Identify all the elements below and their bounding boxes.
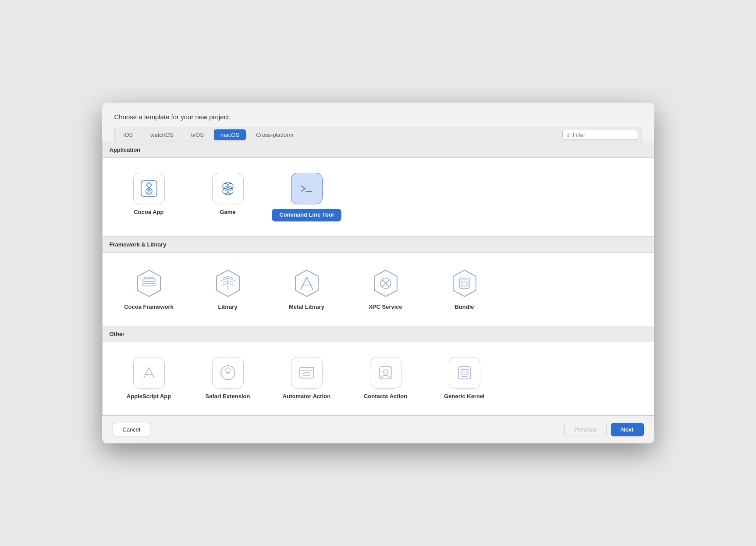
svg-rect-16 xyxy=(461,280,468,287)
tab-bar: iOS watchOS tvOS macOS Cross-platform ⊜ xyxy=(114,128,642,142)
section-framework-items: Cocoa Framework Library xyxy=(103,253,654,326)
kernel-label: Generic Kernel xyxy=(444,393,485,400)
filter-input[interactable] xyxy=(573,132,634,138)
cocoa-app-icon-wrap xyxy=(133,173,165,204)
svg-rect-9 xyxy=(145,277,153,279)
tab-crossplatform[interactable]: Cross-platform xyxy=(247,128,302,142)
cocoa-app-icon xyxy=(139,179,159,198)
section-application-items: Cocoa App Game xyxy=(103,158,654,236)
template-contacts-action[interactable]: Contacts Action xyxy=(346,351,425,407)
section-application-header: Application xyxy=(103,142,654,158)
game-icon-wrap xyxy=(212,173,244,204)
section-other-items: AppleScript App Safari Extension xyxy=(103,342,654,415)
template-applescript-app[interactable]: AppleScript App xyxy=(110,351,188,407)
svg-marker-11 xyxy=(295,270,318,296)
new-project-dialog: Choose a template for your new project: … xyxy=(102,103,654,443)
svg-rect-24 xyxy=(461,369,468,376)
tab-watchos[interactable]: watchOS xyxy=(142,128,182,142)
bundle-label: Bundle xyxy=(454,303,474,311)
cocoa-framework-label: Cocoa Framework xyxy=(124,303,174,311)
svg-marker-14 xyxy=(453,270,476,296)
dialog-title: Choose a template for your new project: xyxy=(114,113,642,121)
template-xpc-service[interactable]: XPC Service xyxy=(346,261,425,317)
tab-tvos[interactable]: tvOS xyxy=(182,128,213,142)
applescript-label: AppleScript App xyxy=(127,393,171,400)
command-line-label: Command Line Tool xyxy=(272,209,342,221)
xpc-service-label: XPC Service xyxy=(369,303,402,311)
kernel-icon-wrap xyxy=(449,357,480,389)
automator-icon-wrap xyxy=(291,357,323,389)
section-other-header: Other xyxy=(103,326,654,342)
filter-wrapper: ⊜ xyxy=(562,130,642,140)
dialog-header: Choose a template for your new project: … xyxy=(102,103,654,142)
dialog-footer: Cancel Previous Next xyxy=(102,415,654,443)
tab-ios[interactable]: iOS xyxy=(115,128,142,142)
game-icon xyxy=(218,179,238,198)
kernel-icon xyxy=(455,363,474,382)
automator-label: Automator Action xyxy=(283,393,330,400)
safari-icon xyxy=(218,363,238,382)
dialog-body: Application Cocoa App xyxy=(102,142,654,415)
template-cocoa-app[interactable]: Cocoa App xyxy=(110,167,188,228)
automator-icon xyxy=(297,363,316,382)
metal-library-icon xyxy=(291,268,323,299)
cancel-button[interactable]: Cancel xyxy=(113,423,150,436)
svg-point-22 xyxy=(383,370,388,374)
game-label: Game xyxy=(220,209,235,216)
template-cocoa-framework[interactable]: Cocoa Framework xyxy=(110,261,188,317)
next-button[interactable]: Next xyxy=(611,423,643,436)
previous-button: Previous xyxy=(564,423,607,436)
contacts-icon-wrap xyxy=(370,357,401,389)
section-framework-header: Framework & Library xyxy=(103,236,654,253)
template-game[interactable]: Game xyxy=(188,167,267,228)
applescript-icon xyxy=(139,363,159,382)
svg-rect-21 xyxy=(380,367,392,379)
metal-library-label: Metal Library xyxy=(289,303,324,311)
template-library[interactable]: Library xyxy=(188,261,267,317)
applescript-icon-wrap xyxy=(133,357,165,389)
template-automator-action[interactable]: Automator Action xyxy=(267,351,346,407)
tabs-container: iOS watchOS tvOS macOS Cross-platform xyxy=(115,128,562,142)
filter-icon: ⊜ xyxy=(566,132,571,138)
footer-right-buttons: Previous Next xyxy=(564,423,644,436)
safari-icon-wrap xyxy=(212,357,244,389)
xpc-service-icon xyxy=(370,268,401,299)
safari-label: Safari Extension xyxy=(206,393,250,400)
command-line-icon-wrap xyxy=(291,173,323,204)
tab-macos[interactable]: macOS xyxy=(214,129,246,140)
library-icon xyxy=(212,268,244,299)
command-line-icon xyxy=(297,179,316,198)
contacts-icon xyxy=(376,363,395,382)
library-label: Library xyxy=(218,303,237,311)
template-bundle[interactable]: Bundle xyxy=(425,261,504,317)
bundle-icon xyxy=(449,268,480,299)
template-generic-kernel[interactable]: Generic Kernel xyxy=(425,351,504,407)
template-metal-library[interactable]: Metal Library xyxy=(267,261,346,317)
template-safari-extension[interactable]: Safari Extension xyxy=(188,351,267,407)
svg-rect-25 xyxy=(463,371,466,375)
svg-rect-20 xyxy=(300,368,314,378)
template-command-line-tool[interactable]: Command Line Tool xyxy=(267,167,346,228)
svg-rect-17 xyxy=(463,282,466,285)
cocoa-app-label: Cocoa App xyxy=(134,209,163,216)
filter-input-container: ⊜ xyxy=(562,130,638,140)
svg-rect-23 xyxy=(458,367,471,379)
svg-rect-8 xyxy=(143,283,155,286)
svg-rect-7 xyxy=(143,279,155,282)
cocoa-framework-icon xyxy=(133,268,165,299)
contacts-label: Contacts Action xyxy=(364,393,407,400)
